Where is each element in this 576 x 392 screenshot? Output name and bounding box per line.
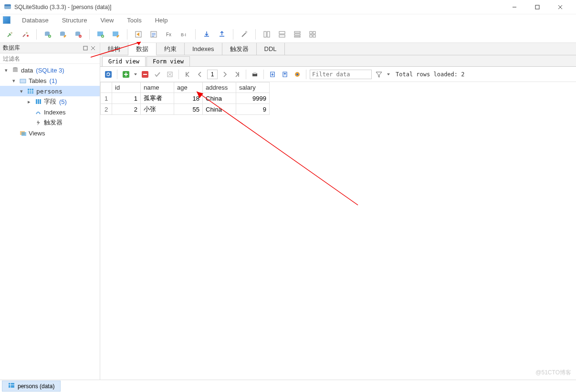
col-age[interactable]: age bbox=[174, 83, 203, 93]
svg-rect-26 bbox=[267, 31, 270, 37]
views-icon bbox=[19, 129, 27, 137]
col-name[interactable]: name bbox=[141, 83, 174, 93]
sidebar-filter-input[interactable] bbox=[0, 53, 100, 63]
svg-rect-49 bbox=[40, 99, 41, 104]
prev-page-icon[interactable] bbox=[195, 69, 205, 80]
tab-data[interactable]: 数据 bbox=[128, 43, 157, 55]
rollback-icon[interactable] bbox=[165, 69, 175, 80]
populate-icon[interactable] bbox=[292, 69, 303, 80]
svg-rect-1 bbox=[4, 4, 11, 6]
tree-indexes-node[interactable]: Indexes bbox=[0, 107, 100, 117]
menu-view[interactable]: View bbox=[94, 15, 120, 25]
col-salary[interactable]: salary bbox=[236, 83, 270, 93]
add-row-dropdown-icon[interactable] bbox=[133, 69, 138, 80]
index-icon bbox=[34, 108, 42, 116]
svg-rect-19 bbox=[113, 31, 118, 36]
tree-table-persons[interactable]: ▾ persons bbox=[0, 86, 100, 96]
cell-address[interactable]: China bbox=[203, 93, 236, 104]
tree-fields-node[interactable]: ▸ 字段 (5) bbox=[0, 96, 100, 107]
tab-ddl[interactable]: DDL bbox=[257, 43, 285, 55]
main-toolbar: Fx B·I bbox=[0, 26, 576, 43]
cell-id[interactable]: 1 bbox=[112, 93, 141, 104]
table-row[interactable]: 2 2 小张 55 China 9 bbox=[101, 104, 270, 115]
print-icon[interactable] bbox=[250, 69, 260, 80]
tab-indexes[interactable]: Indexes bbox=[185, 43, 222, 55]
refresh-icon[interactable] bbox=[103, 69, 114, 80]
cell-id[interactable]: 2 bbox=[112, 104, 141, 115]
filter-dropdown-icon[interactable] bbox=[386, 69, 391, 80]
maximize-button[interactable] bbox=[530, 0, 545, 14]
col-address[interactable]: address bbox=[203, 83, 236, 93]
cell-age[interactable]: 18 bbox=[174, 93, 203, 104]
tables-count: (1) bbox=[50, 77, 57, 84]
next-page-icon[interactable] bbox=[220, 69, 230, 80]
menu-database[interactable]: Database bbox=[15, 15, 55, 25]
cell-age[interactable]: 55 bbox=[174, 104, 203, 115]
last-page-icon[interactable] bbox=[232, 69, 242, 80]
edit-db-icon[interactable] bbox=[57, 28, 69, 41]
cell-name[interactable]: 孤寒者 bbox=[141, 93, 174, 104]
svg-rect-64 bbox=[9, 383, 14, 388]
cell-salary[interactable]: 9999 bbox=[236, 93, 270, 104]
close-panel-icon[interactable] bbox=[89, 44, 97, 52]
history-icon[interactable] bbox=[147, 28, 160, 41]
menu-structure[interactable]: Structure bbox=[55, 15, 94, 25]
menu-tools[interactable]: Tools bbox=[120, 15, 148, 25]
close-button[interactable] bbox=[553, 0, 567, 14]
svg-rect-27 bbox=[279, 31, 285, 34]
svg-rect-25 bbox=[264, 31, 266, 37]
tree-tables-node[interactable]: ▾ Tables (1) bbox=[0, 75, 100, 86]
cell-address[interactable]: China bbox=[203, 104, 236, 115]
filter-data-input[interactable] bbox=[310, 70, 372, 79]
table-row[interactable]: 1 1 孤寒者 18 China 9999 bbox=[101, 93, 270, 104]
document-tab[interactable]: persons (data) bbox=[2, 381, 61, 392]
filter-icon[interactable] bbox=[374, 69, 384, 80]
sql-editor-icon[interactable] bbox=[132, 28, 145, 41]
subtab-form-view[interactable]: Form view bbox=[147, 56, 190, 66]
subtab-grid-view[interactable]: Grid view bbox=[102, 56, 146, 66]
tree-db-node[interactable]: ▾ data (SQLite 3) bbox=[0, 65, 100, 75]
restore-panel-icon[interactable] bbox=[82, 44, 89, 52]
add-db-icon[interactable] bbox=[42, 28, 54, 41]
svg-text:Fx: Fx bbox=[166, 32, 171, 37]
svg-rect-57 bbox=[253, 72, 256, 74]
new-table-icon[interactable] bbox=[94, 28, 107, 41]
layout4-icon[interactable] bbox=[306, 28, 319, 41]
layout3-icon[interactable] bbox=[291, 28, 304, 41]
first-page-icon[interactable] bbox=[182, 69, 193, 80]
tab-structure[interactable]: 结构 bbox=[100, 43, 128, 55]
minimize-button[interactable] bbox=[507, 0, 522, 14]
app-logo-icon bbox=[3, 16, 10, 24]
delete-row-icon[interactable] bbox=[140, 69, 150, 80]
export-data-icon[interactable] bbox=[280, 69, 290, 80]
binary-icon[interactable]: B·I bbox=[178, 28, 190, 41]
svg-rect-30 bbox=[294, 34, 300, 35]
commit-icon[interactable] bbox=[152, 69, 163, 80]
database-tree[interactable]: ▾ data (SQLite 3) ▾ Tables (1) ▾ persons… bbox=[0, 64, 100, 380]
col-id[interactable]: id bbox=[112, 83, 141, 93]
layout2-icon[interactable] bbox=[276, 28, 288, 41]
tab-constraints[interactable]: 约束 bbox=[157, 43, 185, 55]
folder-icon bbox=[19, 77, 27, 84]
tree-views-node[interactable]: Views bbox=[0, 128, 100, 138]
edit-table-icon[interactable] bbox=[110, 28, 122, 41]
layout1-icon[interactable] bbox=[261, 28, 273, 41]
settings-icon[interactable] bbox=[238, 28, 251, 41]
data-grid[interactable]: id name age address salary 1 1 孤寒者 18 Ch… bbox=[100, 82, 576, 380]
add-row-icon[interactable] bbox=[121, 69, 131, 80]
disconnect-icon[interactable] bbox=[19, 28, 31, 41]
export-icon[interactable] bbox=[216, 28, 228, 41]
import-data-icon[interactable] bbox=[267, 69, 278, 80]
import-icon[interactable] bbox=[200, 28, 213, 41]
connect-icon[interactable] bbox=[4, 28, 16, 41]
tree-triggers-node[interactable]: 触发器 bbox=[0, 117, 100, 128]
page-number-input[interactable] bbox=[207, 70, 218, 79]
tab-triggers[interactable]: 触发器 bbox=[222, 43, 257, 55]
fields-count: (5) bbox=[59, 98, 67, 105]
fx-icon[interactable]: Fx bbox=[163, 28, 175, 41]
cell-name[interactable]: 小张 bbox=[141, 104, 174, 115]
trigger-icon bbox=[34, 119, 42, 126]
menu-help[interactable]: Help bbox=[148, 15, 175, 25]
remove-db-icon[interactable] bbox=[72, 28, 84, 41]
cell-salary[interactable]: 9 bbox=[236, 104, 270, 115]
